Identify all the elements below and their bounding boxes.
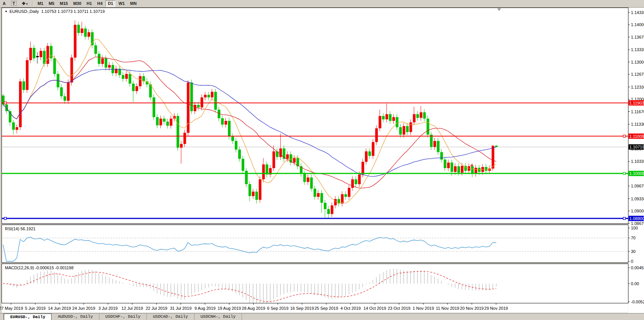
- candle-body: [238, 150, 241, 159]
- candle-body: [341, 194, 344, 204]
- candle-body: [382, 116, 385, 119]
- candle-body: [245, 171, 248, 184]
- candle-body: [259, 180, 261, 200]
- macd-tick-label: 0.004536: [631, 265, 644, 270]
- candle-body: [440, 152, 443, 160]
- candle-body: [207, 95, 210, 97]
- price-tick-label: 1.14000: [631, 22, 644, 27]
- candle-body: [235, 141, 237, 150]
- candle-body: [71, 58, 73, 83]
- price-tag-label: 1.11009: [630, 134, 644, 139]
- date-label: 9 Aug 2019: [195, 306, 216, 311]
- candle-body: [320, 193, 323, 203]
- candle-body: [485, 167, 487, 171]
- cursor-tool-button[interactable]: A: [0, 0, 8, 7]
- date-label: 19 Aug 2019: [218, 306, 241, 311]
- price-chart[interactable]: 1.143301.140001.136701.133301.130001.126…: [0, 0, 644, 320]
- candle-body: [12, 122, 15, 130]
- chevron-down-icon[interactable]: ▾: [26, 2, 28, 6]
- candle-body: [156, 117, 159, 125]
- timeframe-d1-button[interactable]: D1: [105, 0, 115, 7]
- price-tick-label: 1.13670: [631, 35, 644, 39]
- chart-tab-usdcad[interactable]: USDCAD-, Daily: [147, 314, 194, 320]
- chart-tab-usdchf[interactable]: USDCHF-, Daily: [99, 314, 147, 320]
- candle-body: [399, 127, 402, 135]
- candle-body: [427, 119, 429, 134]
- candle-body: [379, 116, 381, 128]
- timeframe-m5-button[interactable]: M5: [46, 0, 57, 7]
- candle-body: [84, 28, 87, 37]
- candle-body: [444, 159, 446, 168]
- price-tick-label: 1.13330: [631, 47, 644, 52]
- line-handle[interactable]: [623, 135, 625, 137]
- candle-body: [221, 118, 224, 125]
- date-label: 4 Oct 2019: [340, 306, 361, 311]
- chart-tab-usdcnh[interactable]: USDCNH-, Daily: [195, 314, 242, 320]
- candle-body: [163, 119, 165, 122]
- price-tick-label: 1.12670: [631, 72, 644, 76]
- candle-body: [159, 119, 162, 125]
- price-tick-label: 1.12330: [631, 85, 644, 89]
- candle-body: [22, 81, 25, 90]
- price-tick-label: 1.09000: [631, 209, 644, 213]
- candle-body: [437, 141, 440, 152]
- candle-body: [33, 48, 35, 58]
- rsi-tick-label: 70: [631, 236, 636, 240]
- line-handle[interactable]: [623, 172, 625, 175]
- symbol-period-label: EURUSD-,Daily: [9, 9, 39, 14]
- date-label: 6 Sep 2019: [267, 306, 288, 311]
- date-label: 22 Jul 2019: [146, 306, 167, 311]
- line-handle[interactable]: [4, 217, 6, 220]
- date-label: 12 Jul 2019: [121, 306, 143, 311]
- timeframe-w1-button[interactable]: W1: [116, 0, 127, 7]
- candle-body: [184, 133, 186, 144]
- candle-body: [344, 194, 347, 197]
- timeframe-m30-button[interactable]: M30: [71, 0, 83, 7]
- candle-body: [447, 162, 450, 168]
- candle-body: [358, 175, 361, 184]
- date-label: 24 Jun 2019: [72, 306, 96, 311]
- candle-body: [317, 193, 320, 197]
- candle-body: [406, 126, 409, 132]
- line-handle[interactable]: [4, 102, 6, 104]
- candle-body: [190, 83, 193, 111]
- timeframe-buttons-group: M1M5M15M30H1H4D1W1MN: [35, 0, 139, 7]
- candle-body: [451, 162, 453, 172]
- text-tool-button[interactable]: T: [9, 0, 19, 7]
- candle-body: [39, 51, 42, 57]
- timeframe-h4-button[interactable]: H4: [95, 0, 105, 7]
- timeframe-h1-button[interactable]: H1: [84, 0, 94, 7]
- candle-body: [228, 121, 231, 136]
- timeframe-mn-button[interactable]: MN: [128, 0, 139, 7]
- price-tag-label: 1.08800: [630, 216, 644, 221]
- price-tick-label: 1.13000: [631, 60, 644, 64]
- candle-body: [125, 74, 128, 79]
- rsi-panel[interactable]: [2, 225, 628, 263]
- arrows-tool-button[interactable]: ✥▾: [20, 0, 30, 7]
- candle-body: [19, 81, 22, 127]
- candle-body: [108, 65, 111, 68]
- candle-body: [242, 159, 244, 170]
- candle-body: [201, 97, 203, 108]
- timeframe-m1-button[interactable]: M1: [35, 0, 46, 7]
- collapse-triangle-icon[interactable]: ▼: [5, 10, 8, 13]
- candle-body: [416, 114, 419, 118]
- candle-body: [492, 146, 494, 169]
- ohlc-values: 1.10753 1.10773 1.10711 1.10719: [41, 9, 105, 14]
- date-label: 11 Nov 2019: [436, 306, 459, 311]
- date-label: 20 Nov 2019: [460, 306, 484, 311]
- chart-tab-audusd[interactable]: AUDUSD-, Daily: [52, 314, 99, 320]
- candle-body: [152, 97, 155, 117]
- candle-body: [307, 178, 309, 182]
- candle-body: [375, 128, 378, 142]
- timeframe-m15-button[interactable]: M15: [57, 0, 70, 7]
- candle-body: [180, 144, 183, 148]
- candle-body: [327, 209, 330, 214]
- macd-indicator-label: MACD(12,26,9) -0.000615 -0.001198: [5, 265, 74, 270]
- candle-body: [74, 25, 77, 58]
- price-tag-label: 1.11903: [630, 101, 644, 105]
- candle-body: [293, 158, 296, 162]
- chart-tab-eurusd[interactable]: EURUSD-, Daily: [4, 314, 52, 320]
- line-handle[interactable]: [623, 217, 625, 220]
- price-tick-label: 1.11330: [631, 122, 644, 126]
